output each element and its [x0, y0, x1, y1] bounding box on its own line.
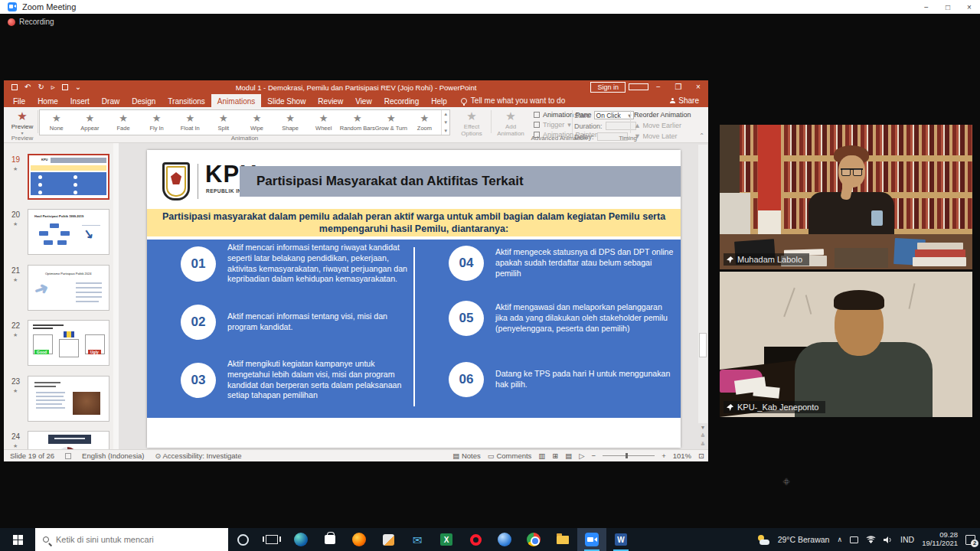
slide-thumbnail-22[interactable]: Good Ugly [28, 320, 109, 366]
display-tray-icon[interactable] [850, 536, 858, 543]
slideshow-view-icon[interactable]: ▷ [579, 452, 584, 460]
share-button[interactable]: Share [670, 94, 699, 107]
effect-options-button[interactable]: ★ Effect Options [456, 109, 488, 137]
scroll-down-icon[interactable]: ▼ [701, 425, 706, 430]
minimize-button[interactable]: − [916, 3, 937, 11]
slide-sorter-icon[interactable]: ⊞ [552, 452, 558, 460]
zoom-slider[interactable] [603, 455, 655, 456]
tab-draw[interactable]: Draw [96, 94, 126, 107]
gallery-scroll-buttons[interactable]: ▲▼▼ [441, 110, 449, 135]
tab-home[interactable]: Home [31, 94, 64, 107]
add-animation-button[interactable]: ★ Add Animation [494, 109, 528, 137]
tell-me-box[interactable]: Tell me what you want to do [461, 94, 565, 107]
qat-customize-icon[interactable]: ⌄ [75, 83, 81, 91]
animation-effect-fly-in[interactable]: ★Fly In [140, 110, 174, 135]
opera-button[interactable] [461, 528, 490, 551]
participant-video-2[interactable]: KPU-_Kab Jeneponto [720, 272, 972, 417]
paint3d-button[interactable] [374, 528, 403, 551]
mail-button[interactable]: ✉ [403, 528, 432, 551]
save-icon[interactable] [11, 84, 18, 90]
preview-button[interactable]: ★ Preview ▾ [8, 109, 36, 135]
zoom-slider-thumb[interactable] [626, 453, 628, 458]
taskbar-clock[interactable]: 09.28 19/11/2021 [922, 531, 958, 548]
close-button[interactable]: × [959, 3, 980, 11]
speaker-icon[interactable] [884, 536, 893, 544]
start-dropdown[interactable]: On Click▾ [594, 111, 634, 119]
animation-effect-shape[interactable]: ★Shape [273, 110, 307, 135]
slideshow-icon[interactable]: ▹ [51, 83, 55, 91]
tab-transitions[interactable]: Transitions [162, 94, 211, 107]
task-view-button[interactable] [257, 528, 286, 551]
move-earlier-button[interactable]: ▲ Move Earlier [634, 122, 691, 129]
tab-review[interactable]: Review [312, 94, 349, 107]
participant-video-1[interactable]: Muhadam Labolo [720, 125, 972, 269]
start-button[interactable] [0, 528, 35, 551]
vertical-scrollbar[interactable] [698, 145, 707, 423]
animation-effect-none[interactable]: ★None [40, 110, 74, 135]
tab-animations[interactable]: Animations [211, 94, 261, 107]
tab-view[interactable]: View [349, 94, 378, 107]
edge-button[interactable] [286, 528, 315, 551]
search-input[interactable] [54, 534, 200, 545]
tab-design[interactable]: Design [126, 94, 162, 107]
slide-thumbnail-19[interactable]: KPU [28, 154, 109, 200]
browser-globe-button[interactable] [490, 528, 519, 551]
animation-effect-wheel[interactable]: ★Wheel [307, 110, 341, 135]
wifi-icon[interactable] [866, 536, 876, 544]
zoom-taskbar-button[interactable] [577, 528, 606, 551]
animation-effect-random-bars[interactable]: ★Random Bars [340, 110, 374, 135]
animation-effect-split[interactable]: ★Split [207, 110, 240, 135]
hidden-icons-chevron[interactable]: ∧ [837, 536, 842, 543]
new-slide-icon[interactable] [62, 84, 68, 90]
ppt-close-button[interactable]: × [688, 80, 708, 94]
cortana-button[interactable] [228, 528, 257, 551]
store-button[interactable] [315, 528, 345, 551]
taskbar-search[interactable] [35, 528, 228, 551]
firefox-button[interactable] [345, 528, 374, 551]
redo-icon[interactable]: ↻ [38, 83, 44, 91]
language-indicator[interactable]: IND [900, 535, 914, 544]
duration-spinner[interactable] [606, 122, 636, 130]
reading-view-icon[interactable]: ▤ [565, 452, 572, 460]
tab-insert[interactable]: Insert [64, 94, 96, 107]
chrome-button[interactable] [519, 528, 548, 551]
weather-text[interactable]: 29°C Berawan [778, 535, 830, 544]
action-center-icon[interactable]: 2 [965, 535, 975, 545]
slide-thumbnail-20[interactable]: Hasil Partisipasi Politik 1999-2019 ↘ [28, 209, 109, 255]
file-explorer-button[interactable] [548, 528, 577, 551]
tab-slide-show[interactable]: Slide Show [261, 94, 312, 107]
animation-effect-grow-turn[interactable]: ★Grow & Turn [374, 110, 408, 135]
word-button[interactable]: W [606, 528, 635, 551]
slide-thumbnail-24[interactable] [28, 431, 109, 449]
sign-in-button[interactable]: Sign in [590, 82, 626, 93]
tab-help[interactable]: Help [425, 94, 453, 107]
thumbnail-scrollbar[interactable] [113, 143, 119, 449]
normal-view-icon[interactable]: ▥ [538, 452, 545, 460]
excel-button[interactable]: X [432, 528, 461, 551]
undo-icon[interactable]: ↶ [24, 83, 31, 91]
ribbon-display-options-icon[interactable] [629, 80, 648, 94]
collapse-ribbon-icon[interactable]: ⌃ [699, 132, 704, 139]
slide-19[interactable]: KPU REPUBLIK INDONESIA Partisipasi Masya… [147, 150, 681, 448]
animation-effect-fade[interactable]: ★Fade [106, 110, 140, 135]
comments-button[interactable]: ▭ Comments [488, 452, 532, 460]
zoom-in-icon[interactable]: + [662, 452, 666, 460]
scrollbar-thumb[interactable] [699, 333, 707, 357]
language-indicator[interactable]: English (Indonesia) [82, 452, 144, 460]
ppt-restore-button[interactable]: ❐ [668, 80, 688, 94]
animation-effect-wipe[interactable]: ★Wipe [240, 110, 274, 135]
animation-effect-float-in[interactable]: ★Float In [173, 110, 207, 135]
ppt-minimize-button[interactable]: − [648, 80, 668, 94]
next-slide-button[interactable]: ≚ [701, 442, 705, 448]
slide-thumbnail-21[interactable]: Optimisme Partisipasi Politik 2024 ➜ [28, 265, 109, 311]
notes-button[interactable]: ▤ Notes [452, 452, 480, 460]
tab-file[interactable]: File [7, 94, 31, 107]
animation-effect-appear[interactable]: ★Appear [74, 110, 107, 135]
zoom-percentage[interactable]: 101% [673, 452, 691, 460]
maximize-button[interactable]: □ [937, 3, 959, 11]
animation-effect-zoom[interactable]: ★Zoom [408, 110, 442, 135]
zoom-out-icon[interactable]: − [592, 452, 596, 460]
accessibility-status[interactable]: ⊙ Accessibility: Investigate [155, 452, 241, 460]
slide-thumbnail-23[interactable] [28, 376, 109, 422]
previous-slide-button[interactable]: ≙ [701, 433, 705, 439]
